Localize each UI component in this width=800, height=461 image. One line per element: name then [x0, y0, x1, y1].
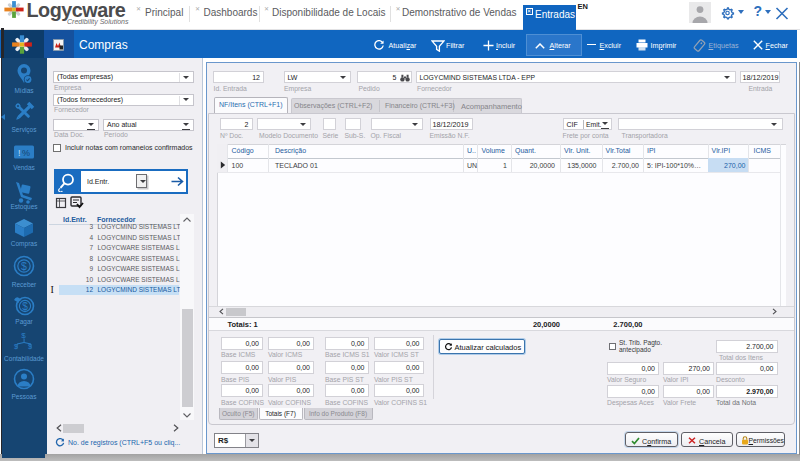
svg-text:$: $	[22, 300, 28, 311]
svg-text:%: %	[22, 147, 30, 157]
svg-text:$: $	[21, 259, 27, 271]
svg-text:!: !	[18, 147, 21, 157]
